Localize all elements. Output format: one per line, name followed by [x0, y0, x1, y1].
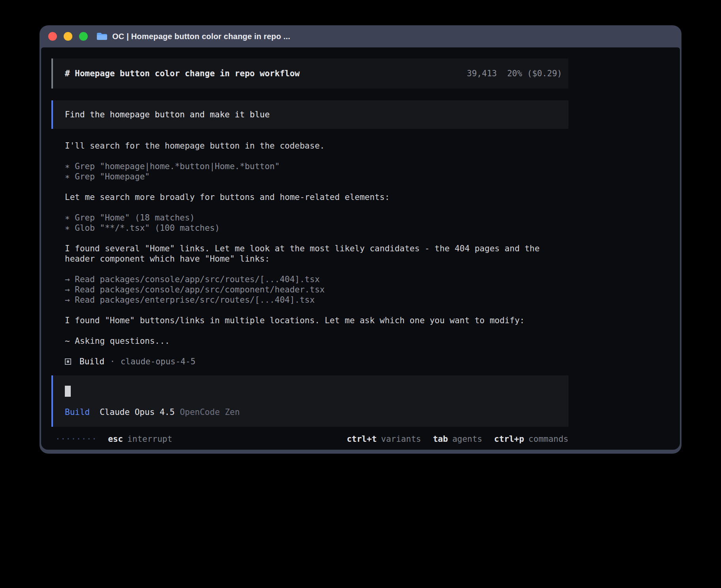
- shortcut-key: ctrl+p: [494, 434, 524, 444]
- input-footer: Build Claude Opus 4.5 OpenCode Zen: [65, 407, 568, 417]
- shortcut-variants: ctrl+t variants: [347, 434, 421, 444]
- tool-call-read: → Read packages/console/app/src/routes/[…: [65, 274, 568, 285]
- traffic-lights: [48, 32, 88, 41]
- tool-call-group: ∗ Grep "homepage|home.*button|Home.*butt…: [65, 161, 568, 182]
- zoom-button[interactable]: [79, 32, 88, 41]
- shortcut-label: interrupt: [127, 434, 172, 444]
- folder-icon: [96, 32, 108, 41]
- assistant-text: Let me search more broadly for buttons a…: [65, 192, 568, 202]
- title-wrap: OC | Homepage button color change in rep…: [96, 32, 290, 41]
- shortcut-key: tab: [433, 434, 448, 444]
- tool-call-group: → Read packages/console/app/src/routes/[…: [65, 274, 568, 305]
- working-dots: ········: [55, 434, 97, 444]
- terminal-content: # Homepage button color change in repo w…: [41, 47, 680, 450]
- terminal-window: OC | Homepage button color change in rep…: [40, 25, 681, 454]
- assistant-text: I'll search for the homepage button in t…: [65, 141, 568, 151]
- window-title: OC | Homepage button color change in rep…: [112, 32, 290, 41]
- text-cursor: [65, 386, 71, 397]
- minimize-button[interactable]: [64, 32, 72, 41]
- status-bar: ········ esc interrupt ctrl+t variants t…: [51, 434, 568, 444]
- assistant-text: I found "Home" buttons/links in multiple…: [65, 315, 568, 326]
- tool-call-grep: ∗ Grep "homepage|home.*button|Home.*butt…: [65, 161, 568, 172]
- asking-status: ~ Asking questions...: [65, 336, 568, 346]
- agent-icon: [65, 358, 71, 365]
- tool-call-group: ∗ Grep "Home" (18 matches) ∗ Glob "**/*.…: [65, 213, 568, 233]
- prompt-input[interactable]: Build Claude Opus 4.5 OpenCode Zen: [51, 375, 568, 427]
- shortcut-interrupt: esc interrupt: [108, 434, 172, 444]
- session-title: # Homepage button color change in repo w…: [65, 68, 300, 79]
- conversation: I'll search for the homepage button in t…: [65, 141, 568, 367]
- input-mode[interactable]: Build: [65, 407, 90, 417]
- session-stats: 39,413 20% ($0.29): [467, 68, 562, 79]
- close-button[interactable]: [48, 32, 57, 41]
- tool-call-glob: ∗ Glob "**/*.tsx" (100 matches): [65, 223, 568, 233]
- shortcut-agents: tab agents: [433, 434, 482, 444]
- input-provider: OpenCode Zen: [180, 407, 240, 417]
- shortcut-key: esc: [108, 434, 123, 444]
- tool-call-read: → Read packages/console/app/src/componen…: [65, 285, 568, 295]
- agent-separator: ·: [110, 356, 115, 367]
- agent-status-row: Build · claude-opus-4-5: [65, 356, 568, 367]
- session-header: # Homepage button color change in repo w…: [51, 58, 568, 89]
- assistant-text: I found several "Home" links. Let me loo…: [65, 243, 568, 264]
- tool-call-grep: ∗ Grep "Home" (18 matches): [65, 213, 568, 223]
- context-usage: 20% ($0.29): [507, 68, 562, 79]
- tool-call-grep: ∗ Grep "Homepage": [65, 172, 568, 182]
- input-model[interactable]: Claude Opus 4.5: [100, 407, 175, 417]
- titlebar: OC | Homepage button color change in rep…: [40, 25, 681, 47]
- user-message: Find the homepage button and make it blu…: [51, 100, 568, 129]
- shortcut-label: commands: [528, 434, 568, 444]
- user-message-text: Find the homepage button and make it blu…: [65, 109, 270, 120]
- shortcut-commands: ctrl+p commands: [494, 434, 568, 444]
- shortcut-label: variants: [381, 434, 421, 444]
- tool-call-read: → Read packages/enterprise/src/routes/[.…: [65, 295, 568, 305]
- agent-model: claude-opus-4-5: [121, 356, 196, 367]
- token-count: 39,413: [467, 68, 497, 79]
- shortcut-hints: ctrl+t variants tab agents ctrl+p comman…: [347, 434, 568, 444]
- shortcut-label: agents: [452, 434, 482, 444]
- agent-name: Build: [79, 356, 104, 367]
- shortcut-key: ctrl+t: [347, 434, 377, 444]
